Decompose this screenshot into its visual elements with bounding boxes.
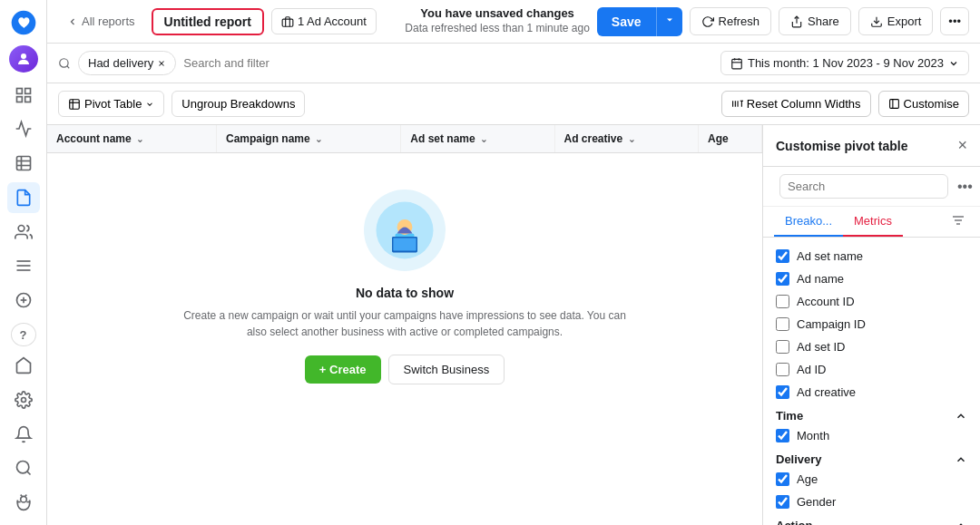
check-month[interactable]: Month	[763, 424, 980, 447]
svg-rect-1	[16, 88, 22, 93]
label-account-id: Account ID	[797, 295, 967, 308]
sort-adset-icon: ⌄	[480, 134, 487, 144]
checkbox-ad-name[interactable]	[776, 272, 789, 286]
checkbox-age[interactable]	[776, 472, 789, 486]
switch-business-button[interactable]: Switch Business	[388, 355, 505, 384]
label-age: Age	[797, 472, 967, 486]
label-ad-set-name: Ad set name	[797, 249, 967, 263]
panel-search-input[interactable]	[779, 174, 948, 199]
sort-adcreative-icon: ⌄	[628, 134, 635, 144]
reset-column-widths-button[interactable]: Reset Column Widths	[721, 91, 871, 117]
sidebar-bell-icon[interactable]	[7, 419, 40, 450]
section-delivery-label: Delivery	[776, 452, 822, 466]
checkbox-campaign-id[interactable]	[776, 317, 789, 331]
check-campaign-id[interactable]: Campaign ID	[763, 313, 980, 335]
checkbox-ad-set-id[interactable]	[776, 340, 789, 354]
sort-campaign-icon: ⌄	[315, 134, 322, 144]
section-time[interactable]: Time	[763, 403, 980, 424]
check-account-id[interactable]: Account ID	[763, 290, 980, 313]
svg-point-17	[16, 462, 28, 473]
check-ad-creative[interactable]: Ad creative	[763, 381, 980, 403]
calendar-icon	[730, 57, 743, 70]
checkbox-ad-creative[interactable]	[776, 385, 789, 399]
checkbox-gender[interactable]	[776, 495, 789, 509]
ad-account-button[interactable]: 1 Ad Account	[271, 8, 377, 34]
sidebar-coins-icon[interactable]	[7, 285, 40, 316]
section-action[interactable]: Action	[763, 513, 980, 525]
label-month: Month	[797, 429, 967, 442]
sidebar-reports-icon[interactable]	[7, 182, 40, 213]
svg-rect-31	[732, 59, 742, 69]
panel-close-button[interactable]: ×	[957, 136, 967, 155]
tab-breakdown[interactable]: Breako...	[774, 207, 843, 237]
checkbox-account-id[interactable]	[776, 295, 789, 308]
empty-title: No data to show	[356, 286, 454, 300]
save-button[interactable]: Save	[597, 7, 656, 36]
tab-metrics[interactable]: Metrics	[843, 207, 903, 237]
col-age[interactable]: Age	[699, 125, 762, 153]
svg-point-9	[18, 225, 24, 231]
export-button[interactable]: Export	[858, 7, 934, 35]
sidebar-search-icon[interactable]	[7, 452, 40, 483]
check-ad-set-name[interactable]: Ad set name	[763, 245, 980, 267]
unsaved-subtitle: Data refreshed less than 1 minute ago	[405, 22, 589, 34]
svg-line-28	[67, 65, 70, 68]
panel-search-bar: •••	[763, 167, 980, 207]
pivot-label: Pivot Table	[84, 97, 142, 111]
refresh-button[interactable]: Refresh	[690, 7, 772, 35]
share-button[interactable]: Share	[779, 7, 851, 35]
check-ad-id[interactable]: Ad ID	[763, 358, 980, 381]
check-ad-set-id[interactable]: Ad set ID	[763, 335, 980, 358]
check-gender[interactable]: Gender	[763, 491, 980, 513]
sidebar-table-icon[interactable]	[7, 148, 40, 179]
empty-state: No data to show Create a new campaign or…	[47, 153, 762, 421]
delivery-label: Had delivery	[88, 56, 153, 70]
col-account-name[interactable]: Account name ⌄	[47, 125, 217, 153]
all-reports-button[interactable]: All reports	[58, 9, 144, 34]
sidebar-settings-icon[interactable]	[7, 384, 40, 415]
svg-line-18	[26, 472, 30, 475]
sidebar-home-icon[interactable]	[7, 80, 40, 111]
report-title[interactable]: Untitled report	[152, 8, 264, 35]
date-range-picker[interactable]: This month: 1 Nov 2023 - 9 Nov 2023	[720, 51, 969, 75]
checkbox-month[interactable]	[776, 429, 789, 442]
create-button[interactable]: + Create	[305, 355, 381, 384]
sidebar-bug-icon[interactable]	[7, 487, 40, 518]
pivot-icon	[68, 98, 81, 111]
more-options-button[interactable]: •••	[940, 7, 969, 35]
col-campaign-name[interactable]: Campaign name ⌄	[217, 125, 401, 153]
sort-account-icon: ⌄	[136, 134, 143, 144]
filter-search-icon	[58, 57, 71, 70]
panel-sort-button[interactable]	[947, 207, 969, 237]
check-age[interactable]: Age	[763, 468, 980, 491]
sidebar-help-icon[interactable]: ?	[11, 323, 36, 346]
checkbox-ad-id[interactable]	[776, 363, 789, 376]
sidebar-store-icon[interactable]	[7, 350, 40, 381]
search-filter-input[interactable]	[183, 56, 713, 70]
user-avatar[interactable]	[9, 45, 38, 73]
customise-button[interactable]: Customise	[878, 91, 969, 117]
sidebar-chart-icon[interactable]	[7, 113, 40, 144]
save-dropdown-button[interactable]	[656, 7, 682, 36]
checkbox-ad-set-name[interactable]	[776, 249, 789, 263]
sidebar-list-icon[interactable]	[7, 250, 40, 281]
col-adset-name[interactable]: Ad set name ⌄	[401, 125, 554, 153]
label-campaign-id: Campaign ID	[797, 317, 967, 331]
ungroup-breakdowns-button[interactable]: Ungroup Breakdowns	[172, 91, 305, 117]
pivot-table-button[interactable]: Pivot Table	[58, 91, 164, 117]
sidebar-people-icon[interactable]	[7, 217, 40, 248]
reset-label: Reset Column Widths	[747, 97, 861, 111]
delivery-filter[interactable]: Had delivery	[78, 51, 176, 75]
panel-more-button[interactable]: •••	[954, 175, 976, 199]
left-sidebar: ?	[0, 0, 47, 525]
delivery-close-icon	[157, 59, 166, 68]
action-collapse-icon	[955, 520, 967, 526]
svg-rect-4	[24, 96, 30, 102]
panel-body: Ad set name Ad name Account ID Campaign …	[763, 238, 980, 525]
svg-rect-35	[70, 99, 80, 109]
label-ad-set-id: Ad set ID	[797, 340, 967, 354]
section-delivery[interactable]: Delivery	[763, 447, 980, 468]
col-ad-creative[interactable]: Ad creative ⌄	[554, 125, 699, 153]
check-ad-name[interactable]: Ad name	[763, 267, 980, 290]
panel-title: Customise pivot table	[776, 139, 907, 153]
